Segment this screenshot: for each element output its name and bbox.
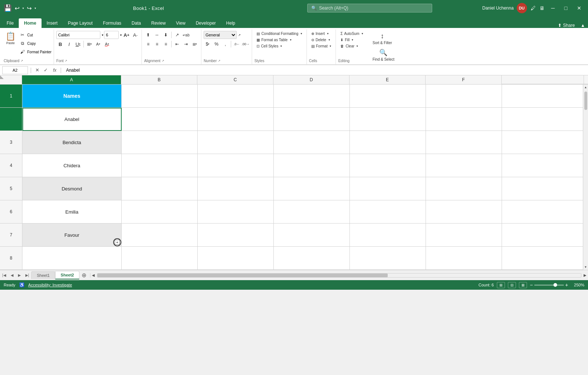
clear-dropdown-icon[interactable]: ▾	[356, 44, 358, 48]
cell-f4[interactable]	[426, 154, 502, 177]
search-box[interactable]: 🔍	[307, 4, 432, 12]
h-scroll-right-arrow[interactable]: ▶	[584, 273, 587, 277]
col-header-a[interactable]: A	[22, 75, 121, 84]
cell-e5[interactable]	[350, 177, 426, 200]
increase-decimal-button[interactable]: .00→	[241, 40, 250, 48]
row-num-8[interactable]: 8	[0, 247, 22, 270]
align-middle-button[interactable]: ↔	[153, 31, 161, 39]
font-color-button[interactable]: A▾	[103, 40, 111, 48]
cell-a3[interactable]: Bendicta	[22, 131, 122, 154]
insert-dropdown-icon[interactable]: ▾	[327, 32, 329, 35]
tab-developer[interactable]: Developer	[191, 18, 221, 28]
cell-b6[interactable]	[122, 200, 198, 224]
scroll-up-arrow[interactable]: ▲	[583, 85, 588, 90]
font-size-input[interactable]	[104, 31, 119, 39]
corner-cell[interactable]	[0, 75, 22, 84]
fill-button[interactable]: ⬇ Fill ▾	[338, 37, 355, 43]
number-format-select[interactable]: General Number Currency Date	[204, 31, 237, 39]
tab-formulas[interactable]: Formulas	[98, 18, 126, 28]
undo-btn[interactable]: ↩	[15, 5, 19, 12]
cell-a5[interactable]: Desmond	[22, 177, 122, 200]
cell-c6[interactable]	[198, 200, 274, 224]
formula-input[interactable]	[64, 67, 586, 74]
zoom-slider-thumb[interactable]	[553, 283, 557, 287]
sheet-nav-next[interactable]: ▶	[16, 272, 23, 278]
insert-button[interactable]: ⊕ Insert ▾	[309, 31, 331, 36]
cell-a6[interactable]: Emilia	[22, 200, 122, 224]
vertical-scrollbar[interactable]: ▲ ▼	[583, 85, 588, 270]
tab-help[interactable]: Help	[221, 18, 240, 28]
sort-filter-button[interactable]: ↕ Sort & Filter	[370, 31, 395, 46]
row-num-4[interactable]: 4	[0, 154, 22, 177]
merge-center-button[interactable]: ⊞▾	[191, 40, 199, 48]
scroll-down-arrow[interactable]: ▼	[583, 264, 588, 270]
cell-f8[interactable]	[426, 247, 502, 270]
h-scrollbar-thumb[interactable]	[97, 274, 387, 277]
align-center-button[interactable]: ≡	[153, 40, 161, 48]
comma-button[interactable]: ,	[221, 40, 229, 48]
cell-e6[interactable]	[350, 200, 426, 224]
cell-d7[interactable]	[274, 224, 350, 247]
h-scrollbar-track[interactable]	[97, 273, 581, 278]
fill-dropdown-icon[interactable]: ▾	[352, 38, 353, 42]
row-num-6[interactable]: 6	[0, 200, 22, 224]
fill-color-button[interactable]: A▾	[94, 40, 102, 48]
align-bottom-button[interactable]: ⬇	[162, 31, 170, 39]
fill-handle[interactable]: +	[112, 238, 122, 247]
close-button[interactable]: ✕	[574, 4, 584, 12]
zoom-slider[interactable]	[534, 285, 564, 286]
share-label[interactable]: Share	[563, 23, 575, 28]
sheet-tab-1[interactable]: Sheet1	[31, 271, 55, 279]
decrease-decimal-button[interactable]: .0←	[233, 40, 241, 48]
h-scroll-left-arrow[interactable]: ◀	[92, 273, 95, 277]
formula-confirm-button[interactable]: ✓	[42, 67, 49, 74]
cell-b8[interactable]	[122, 247, 198, 270]
cell-d6[interactable]	[274, 200, 350, 224]
clear-button[interactable]: 🗑 Clear ▾	[338, 43, 360, 49]
view-page-layout-button[interactable]: ⊟	[508, 282, 516, 288]
cell-b1[interactable]	[122, 85, 198, 108]
cell-styles-button[interactable]: ⊡ Cell Styles ▾	[254, 43, 284, 49]
format-button[interactable]: ▤ Format ▾	[309, 43, 334, 49]
align-top-button[interactable]: ⬆	[144, 31, 152, 39]
cell-e3[interactable]	[350, 131, 426, 154]
tab-file[interactable]: File	[1, 18, 19, 28]
h-scrollbar-area[interactable]: ◀ ▶	[90, 273, 588, 278]
cell-a2[interactable]: Anabel	[22, 108, 122, 131]
cell-d3[interactable]	[274, 131, 350, 154]
maximize-button[interactable]: □	[562, 4, 570, 12]
undo-dropdown-icon[interactable]: ▾	[22, 7, 24, 10]
cell-d2[interactable]	[274, 108, 350, 131]
format-dropdown-icon[interactable]: ▾	[330, 44, 331, 48]
wrap-text-button[interactable]: ↵ab	[182, 31, 190, 39]
cell-f1[interactable]	[426, 85, 502, 108]
decrease-indent-button[interactable]: ⇤	[173, 40, 181, 48]
number-format-expand-icon[interactable]: ↗	[238, 33, 241, 37]
cell-c8[interactable]	[198, 247, 274, 270]
view-normal-button[interactable]: ⊞	[497, 282, 505, 288]
minimize-button[interactable]: ─	[548, 4, 558, 12]
cell-e8[interactable]	[350, 247, 426, 270]
bold-button[interactable]: B	[56, 40, 64, 48]
conditional-formatting-dropdown-icon[interactable]: ▾	[301, 32, 302, 35]
cell-e2[interactable]	[350, 108, 426, 131]
format-as-table-dropdown-icon[interactable]: ▾	[290, 38, 291, 42]
border-button[interactable]: ⊞▾	[85, 40, 93, 48]
cell-f3[interactable]	[426, 131, 502, 154]
col-header-b[interactable]: B	[121, 75, 197, 84]
col-header-f[interactable]: F	[426, 75, 502, 84]
underline-button[interactable]: U▾	[74, 40, 82, 48]
cell-b5[interactable]	[122, 177, 198, 200]
conditional-formatting-button[interactable]: ▤ Conditional Formatting ▾	[254, 31, 304, 36]
sheet-tab-2[interactable]: Sheet2	[55, 271, 79, 279]
cell-a7[interactable]: Favour +	[22, 224, 122, 247]
row-num-1[interactable]: 1	[0, 85, 22, 108]
view-page-break-button[interactable]: ⊠	[519, 282, 527, 288]
tab-data[interactable]: Data	[126, 18, 146, 28]
alignment-expand-icon[interactable]: ↗	[162, 59, 164, 63]
align-right-button[interactable]: ≡	[162, 40, 170, 48]
autosum-button[interactable]: Σ AutoSum ▾	[338, 31, 365, 36]
cell-c5[interactable]	[198, 177, 274, 200]
row-num-2[interactable]: 2	[0, 108, 22, 131]
col-header-d[interactable]: D	[273, 75, 349, 84]
